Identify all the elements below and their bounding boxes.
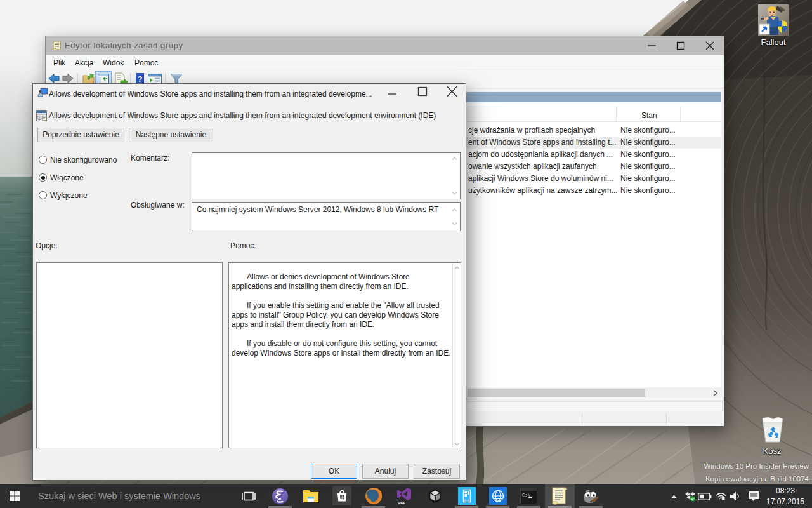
svg-text:?: ? <box>138 74 143 84</box>
svg-text:PRE: PRE <box>398 501 406 505</box>
svg-text:C:\: C:\ <box>522 493 530 498</box>
